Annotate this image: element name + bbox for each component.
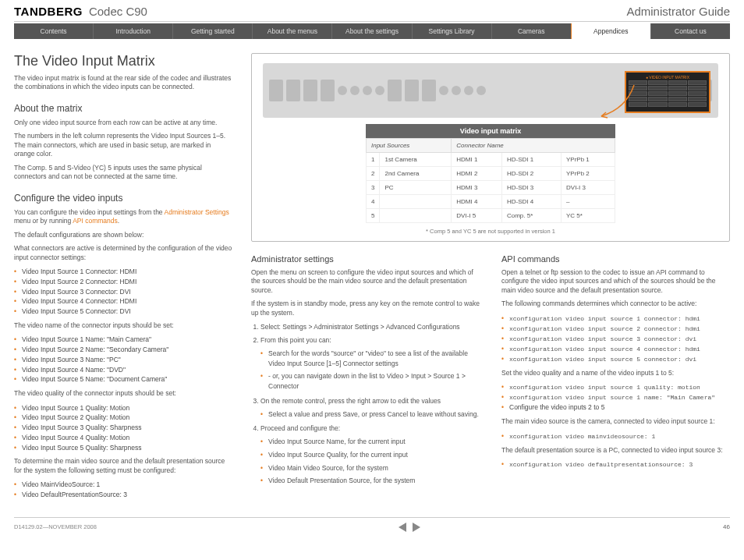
page-footer: D14129.02—NOVEMBER 2008 46 [14,517,730,532]
api-commands-column: API commands Open a telnet or ftp sessio… [501,254,730,491]
list-item: Video Default Presentation Source, for t… [260,476,480,486]
list-item: xconfiguration video input source 4 conn… [501,344,730,354]
list-item: Video Input Source 2 Quality: Motion [14,413,232,423]
quality-list: Video Input Source 1 Quality: MotionVide… [14,403,232,453]
admin-p1: Open the menu on screen to configure the… [251,268,480,295]
matrix-table: Video input matrix Input Sources Connect… [366,124,615,223]
about-heading: About the matrix [14,103,232,114]
doc-id: D14129.02—NOVEMBER 2008 [14,523,97,530]
intro-text: The video input matrix is found at the r… [14,74,232,92]
list-item: Video Input Source Quality, for the curr… [260,450,480,460]
names-list: Video Input Source 1 Name: "Main Camera"… [14,335,232,385]
nav-tab-getting-started[interactable]: Getting started [173,23,253,39]
matrix-table-title: Video input matrix [366,124,615,138]
list-item: Video Input Source 4 Connector: HDMI [14,296,232,307]
determine-list: Video MainVideoSource: 1Video DefaultPre… [14,480,232,500]
nav-tab-cameras[interactable]: Cameras [492,23,572,39]
list-item: Video Input Source 5 Connector: DVI [14,307,232,317]
pager [399,523,420,532]
admin-step-sub: Search for the words "source" or "video"… [260,349,480,369]
list-item: xconfiguration video input source 5 conn… [501,354,730,364]
page-title: The Video Input Matrix [14,53,232,69]
list-item: xconfiguration video input source 1 qual… [501,382,730,392]
list-item: Video Input Source 2 Name: "Secondary Ca… [14,345,232,355]
codec-rear-panel: ● VIDEO INPUT MATRIX [263,63,718,118]
nav-tab-contents[interactable]: Contents [14,23,94,39]
configure-p3: What connectors are active is determined… [14,244,232,262]
next-page-icon[interactable] [413,523,420,532]
list-item: xconfiguration video defaultpresentation… [501,459,730,470]
admin-p2: If the system is in standby mode, press … [251,299,480,317]
api-p2: The following commands determines which … [501,299,730,308]
list-item: xconfiguration video input source 1 conn… [501,314,730,324]
names-intro: The video name of the connector inputs s… [14,321,232,330]
quality-intro: The video quality of the connector input… [14,389,232,398]
nav-tab-introduction[interactable]: Introduction [94,23,173,39]
doc-title: Administrator Guide [626,5,730,18]
api-heading: API commands [501,254,730,264]
api-cmds-quality: xconfiguration video input source 1 qual… [501,382,730,413]
table-row: 5DVI-I 5Comp. 5*YC 5* [367,209,615,223]
matrix-panel-on-codec: ● VIDEO INPUT MATRIX [625,71,710,113]
list-item: Video Input Source 2 Connector: HDMI [14,277,232,287]
api-p1: Open a telnet or ftp session to the code… [501,268,730,295]
list-item: Video Input Source 3 Connector: DVI [14,287,232,297]
list-item: xconfiguration video input source 3 conn… [501,334,730,344]
list-item: Configure the video inputs 2 to 5 [501,402,730,413]
prev-page-icon[interactable] [399,523,406,532]
list-item: Video Input Source 1 Quality: Motion [14,403,232,413]
matrix-footnote: * Comp 5 and YC 5 are not supported in v… [263,228,718,235]
nav-tab-appendices[interactable]: Appendices [572,23,651,39]
nav-tab-about-the-settings[interactable]: About the settings [332,23,412,39]
admin-step-sub: - or, you can navigate down in the list … [260,371,480,392]
list-item: xconfiguration video input source 1 name… [501,392,730,402]
model-name: Codec C90 [89,5,147,18]
list-item: Video Main Video Source, for the system [260,463,480,473]
api-commands-link[interactable]: API commands [73,217,118,225]
configure-p1: You can configure the video input settin… [14,208,232,226]
table-row: 22nd CameraHDMI 2HD-SDI 2YPrPb 2 [367,167,615,181]
determine-intro: To determine the main video source and t… [14,457,232,475]
matrix-diagram: ● VIDEO INPUT MATRIX Video input matrix [251,53,730,242]
admin-step-sub: Select a value and press Save, or press … [260,409,480,420]
header: TANDBERG Codec C90 Administrator Guide [14,5,730,22]
brand-logo: TANDBERG [14,5,83,18]
admin-settings-link[interactable]: Administrator Settings [164,208,229,216]
about-p3: The Comp. 5 and S-Video (YC) 5 inputs us… [14,164,232,182]
list-item: Video Input Source 5 Quality: Sharpness [14,443,232,453]
table-row: 3PCHDMI 3HD-SDI 3DVI-I 3 [367,181,615,195]
nav-tabs: ContentsIntroductionGetting startedAbout… [14,23,730,39]
about-p1: Only one video input source from each ro… [14,119,232,127]
list-item: Video Input Source Name, for the current… [260,437,480,447]
nav-tab-about-the-menus[interactable]: About the menus [253,23,332,39]
connectors-list: Video Input Source 1 Connector: HDMIVide… [14,267,232,317]
list-item: xconfiguration video input source 2 conn… [501,324,730,334]
api-cmds-main: xconfiguration video mainvideosource: 1 [501,431,730,441]
list-item: Video MainVideoSource: 1 [14,480,232,490]
page-number: 46 [723,523,730,530]
list-item: Video Input Source 3 Name: "PC" [14,355,232,365]
table-row: 4HDMI 4HD-SDI 4– [367,195,615,209]
table-row: 11st CameraHDMI 1HD-SDI 1YPrPb 1 [367,153,615,167]
api-cmds-presentation: xconfiguration video defaultpresentation… [501,459,730,470]
api-p5: The default presentation source is a PC,… [501,446,730,455]
api-p3: Set the video quality and a name of the … [501,369,730,377]
list-item: Video Input Source 1 Name: "Main Camera" [14,335,232,345]
matrix-col-sources: Input Sources [367,139,452,153]
api-p4: The main video source is the camera, con… [501,417,730,426]
list-item: Video Input Source 3 Quality: Sharpness [14,423,232,433]
list-item: Video Input Source 4 Quality: Motion [14,433,232,443]
list-item: Video Input Source 1 Connector: HDMI [14,267,232,277]
about-p2: The numbers in the left column represent… [14,132,232,158]
list-item: Video Input Source 5 Name: "Document Cam… [14,374,232,385]
list-item: xconfiguration video mainvideosource: 1 [501,431,730,441]
configure-p2: The default configurations are shown bel… [14,231,232,239]
matrix-col-connectors: Connector Name [452,139,615,153]
api-cmds-connectors: xconfiguration video input source 1 conn… [501,314,730,364]
admin-steps: Select: Settings > Administrator Setting… [260,322,480,486]
nav-tab-contact-us[interactable]: Contact us [651,23,730,39]
nav-tab-settings-library[interactable]: Settings Library [413,23,492,39]
configure-heading: Configure the video inputs [14,193,232,204]
list-item: Video DefaultPresentationSource: 3 [14,490,232,500]
list-item: Video Input Source 4 Name: "DVD" [14,365,232,375]
